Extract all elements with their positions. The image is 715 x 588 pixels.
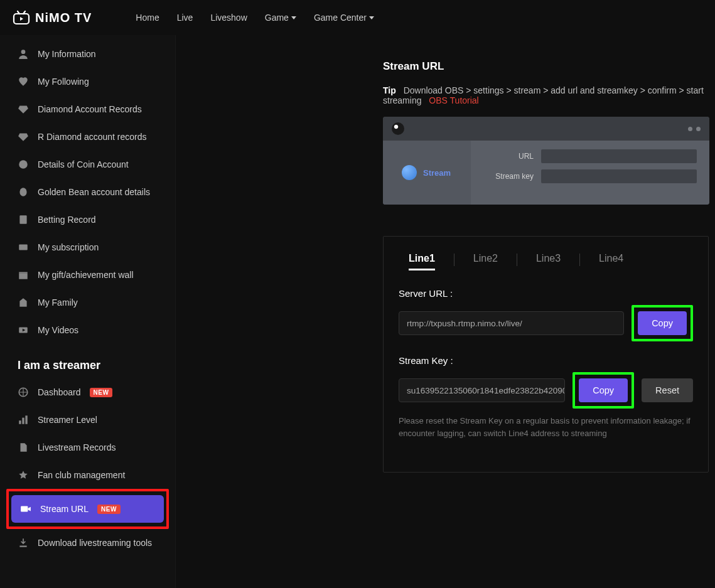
copy-url-button[interactable]: Copy	[638, 311, 687, 335]
sidebar-item-golden-bean-account-details[interactable]: Golden Bean account details	[0, 178, 175, 206]
stream-key-label: Stream Key :	[399, 355, 693, 366]
svg-rect-16	[19, 546, 26, 547]
brand-logo[interactable]: NiMO TV	[13, 10, 92, 25]
obs-tutorial-link[interactable]: OBS Tutorial	[429, 95, 478, 105]
new-badge: NEW	[97, 505, 121, 514]
family-icon	[18, 297, 29, 308]
svg-point-4	[19, 188, 26, 196]
server-url-input[interactable]: rtmp://txpush.rtmp.nimo.tv/live/	[399, 311, 624, 335]
bars-icon	[18, 414, 29, 425]
new-badge: NEW	[90, 388, 113, 397]
obs-stream-label: Stream	[423, 168, 451, 178]
window-dots-icon	[688, 127, 701, 131]
globe-icon	[402, 165, 417, 180]
sidebar-item-my-family[interactable]: My Family	[0, 289, 175, 316]
svg-rect-6	[19, 245, 28, 250]
sidebar-item-my-information[interactable]: My Information	[0, 40, 175, 68]
topnav-liveshow[interactable]: Liveshow	[210, 13, 247, 23]
stream-config-panel: Line1Line2Line3Line4 Server URL : rtmp:/…	[383, 236, 709, 473]
clipboard-icon	[18, 214, 29, 225]
diamond-icon	[18, 104, 29, 115]
sidebar-section-title: I am a streamer	[0, 344, 175, 378]
sidebar-item-dashboard[interactable]: Dashboard NEW	[0, 378, 175, 406]
topnav-live[interactable]: Live	[177, 13, 193, 23]
diamond-icon	[18, 131, 29, 142]
sidebar-item-my-following[interactable]: My Following	[0, 68, 175, 95]
obs-url-input	[541, 149, 697, 163]
topnav-game[interactable]: Game	[265, 13, 296, 23]
obs-url-label: URL	[483, 152, 534, 161]
copy-key-button[interactable]: Copy	[579, 378, 628, 402]
sidebar-item-streamer-level[interactable]: Streamer Level	[0, 406, 175, 434]
svg-rect-5	[19, 215, 26, 224]
download-icon	[18, 537, 29, 548]
sidebar-item-fan-club-management[interactable]: Fan club management	[0, 461, 175, 489]
svg-marker-1	[20, 17, 23, 21]
tab-line1[interactable]: Line1	[409, 249, 435, 270]
line-tabs: Line1Line2Line3Line4	[399, 249, 693, 270]
svg-rect-12	[19, 420, 21, 424]
highlight-stream-url: Stream URL NEW	[6, 489, 169, 529]
sidebar-item-betting-record[interactable]: Betting Record	[0, 206, 175, 233]
svg-rect-13	[22, 418, 24, 424]
main-content: Stream URL Tip Download OBS > settings >…	[176, 35, 715, 588]
tab-line4[interactable]: Line4	[599, 249, 623, 270]
svg-rect-8	[19, 272, 28, 274]
obs-key-input	[541, 169, 697, 183]
gift-icon	[18, 269, 29, 281]
topnav-home[interactable]: Home	[136, 13, 159, 23]
star-icon	[18, 469, 29, 481]
obs-key-label: Stream key	[483, 172, 534, 181]
chevron-down-icon	[369, 16, 374, 19]
tab-line3[interactable]: Line3	[536, 249, 561, 270]
svg-rect-14	[25, 415, 27, 424]
user-icon	[18, 48, 29, 60]
tab-separator	[454, 254, 454, 266]
obs-logo-icon	[392, 122, 404, 135]
sidebar-item-my-subscription[interactable]: My subscription	[0, 233, 175, 261]
reset-key-button[interactable]: Reset	[642, 378, 693, 402]
sidebar-item-r-diamond-account-records[interactable]: R Diamond account records	[0, 123, 175, 151]
svg-rect-7	[19, 274, 28, 279]
stream-key-input[interactable]: su1639522135060r1841edfe23822b42090bb885…	[399, 378, 565, 402]
tab-line2[interactable]: Line2	[473, 249, 498, 270]
svg-point-3	[19, 160, 28, 169]
sidebar-item-diamond-account-records[interactable]: Diamond Account Records	[0, 95, 175, 123]
video-icon	[18, 324, 29, 336]
card-icon	[18, 242, 29, 253]
server-url-label: Server URL :	[399, 288, 693, 299]
heart-icon	[18, 76, 29, 87]
globe-icon	[18, 387, 29, 398]
coin-icon	[18, 159, 29, 170]
sidebar-item-my-gift-achievement-wall[interactable]: My gift/achievement wall	[0, 261, 175, 289]
bean-icon	[18, 186, 29, 198]
helper-text: Please reset the Stream Key on a regular…	[399, 415, 693, 439]
page-title: Stream URL	[383, 60, 709, 73]
brand-name: NiMO TV	[35, 11, 92, 25]
doc-icon	[18, 442, 29, 453]
obs-preview-image: Stream URL Stream key	[383, 117, 709, 205]
sidebar-item-details-of-coin-account[interactable]: Details of Coin Account	[0, 151, 175, 178]
tab-separator	[579, 254, 580, 266]
top-nav: HomeLiveLiveshowGameGame Center	[136, 13, 374, 23]
sidebar-item-download-livestreaming-tools[interactable]: Download livestreaming tools	[0, 529, 175, 557]
topnav-game-center[interactable]: Game Center	[314, 13, 374, 23]
sidebar: My InformationMy FollowingDiamond Accoun…	[0, 35, 176, 588]
chevron-down-icon	[291, 16, 296, 19]
logo-icon	[13, 10, 30, 25]
highlight-copy-key: Copy	[573, 372, 634, 409]
sidebar-item-livestream-records[interactable]: Livestream Records	[0, 434, 175, 461]
tip-label: Tip	[383, 85, 396, 95]
highlight-copy-url: Copy	[632, 305, 693, 341]
camera-icon	[20, 503, 31, 515]
topbar: NiMO TV HomeLiveLiveshowGameGame Center	[0, 0, 715, 35]
tip-line: Tip Download OBS > settings > stream > a…	[383, 85, 709, 105]
sidebar-item-my-videos[interactable]: My Videos	[0, 316, 175, 344]
svg-point-2	[21, 50, 26, 54]
svg-rect-15	[21, 506, 28, 512]
sidebar-item-stream-url[interactable]: Stream URL NEW	[11, 495, 164, 523]
tab-separator	[517, 254, 517, 266]
